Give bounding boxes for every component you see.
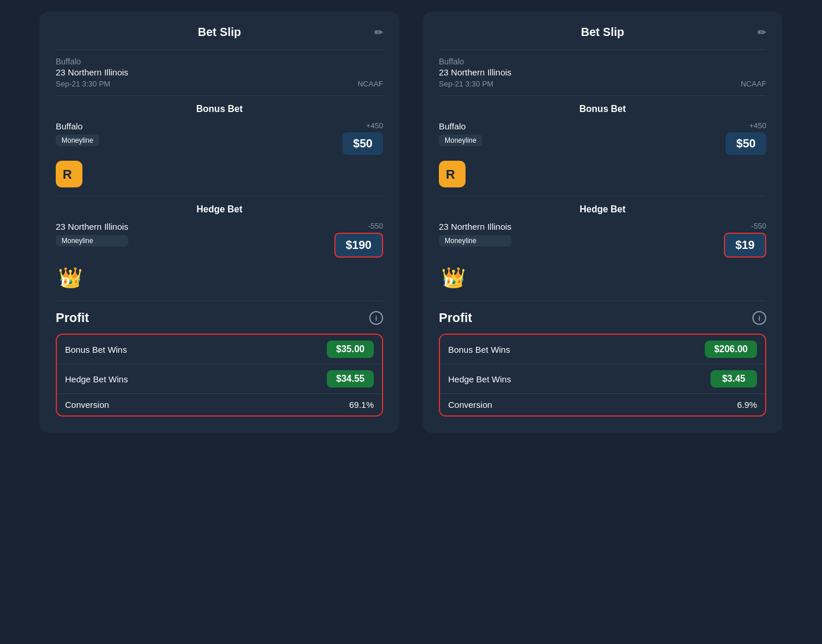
- profit-conversion-label-right: Conversion: [448, 400, 492, 410]
- hedge-bet-odds-right: -550: [751, 222, 766, 230]
- profit-bonus-label-left: Bonus Bet Wins: [65, 345, 127, 354]
- hedge-bet-left-right: 23 Northern Illinois Moneyline: [439, 222, 511, 247]
- bonus-bet-odds-right: +450: [749, 121, 766, 130]
- divider-right-2: [439, 95, 766, 96]
- game-info-right: Buffalo 23 Northern Illinois Sep-21 3:30…: [439, 57, 766, 88]
- bonus-bet-title-left: Bonus Bet: [56, 104, 383, 114]
- draftkings-logo-left: 👑 D: [56, 263, 383, 292]
- profit-header-left: Profit i: [56, 310, 383, 325]
- team2-left: 23 Northern Illinois: [56, 67, 383, 77]
- profit-conversion-label-left: Conversion: [65, 400, 109, 410]
- profit-row-bonus-left: Bonus Bet Wins $35.00: [57, 335, 382, 364]
- game-league-left: NCAAF: [358, 79, 383, 88]
- game-date-left: Sep-21 3:30 PM: [56, 79, 110, 88]
- profit-title-left: Profit: [56, 310, 89, 325]
- divider-left-2: [56, 95, 383, 96]
- hedge-bet-team-right: 23 Northern Illinois: [439, 222, 511, 231]
- divider-right-1: [439, 49, 766, 50]
- profit-rows-right: Bonus Bet Wins $206.00 Hedge Bet Wins $3…: [439, 334, 766, 417]
- bonus-bet-odds-left: +450: [366, 121, 383, 130]
- rally-logo-svg-right: R: [444, 166, 460, 182]
- profit-row-conversion-left: Conversion 69.1%: [57, 393, 382, 415]
- divider-left-4: [56, 301, 383, 301]
- game-meta-right: Sep-21 3:30 PM NCAAF: [439, 79, 766, 88]
- game-date-right: Sep-21 3:30 PM: [439, 79, 493, 88]
- profit-row-hedge-left: Hedge Bet Wins $34.55: [57, 364, 382, 393]
- panels-wrapper: Bet Slip ✏ Buffalo 23 Northern Illinois …: [0, 0, 822, 644]
- bonus-bet-right-left: +450 $50: [342, 121, 383, 155]
- edit-icon-left[interactable]: ✏: [374, 26, 383, 39]
- divider-right-4: [439, 301, 766, 301]
- rallybet-logo-right: R: [439, 161, 766, 187]
- svg-text:R: R: [446, 167, 455, 182]
- hedge-bet-section-left: Hedge Bet 23 Northern Illinois Moneyline…: [56, 204, 383, 292]
- divider-left-1: [56, 49, 383, 50]
- bonus-bet-team-right: Buffalo: [439, 121, 482, 131]
- hedge-bet-team-left: 23 Northern Illinois: [56, 222, 128, 231]
- panel-title-right: Bet Slip: [581, 26, 624, 39]
- draftkings-logo-right: 👑 D: [439, 263, 766, 292]
- profit-row-bonus-right: Bonus Bet Wins $206.00: [440, 335, 765, 364]
- panel-header-right: Bet Slip ✏: [439, 26, 766, 39]
- bonus-bet-type-left: Moneyline: [56, 135, 99, 146]
- svg-text:D: D: [60, 274, 70, 288]
- edit-icon-right[interactable]: ✏: [758, 26, 766, 39]
- profit-header-right: Profit i: [439, 310, 766, 325]
- profit-hedge-value-right: $3.45: [711, 370, 757, 388]
- hedge-bet-amount-right[interactable]: $19: [724, 233, 766, 258]
- rally-logo-left: R: [56, 161, 82, 187]
- hedge-bet-right-left: -550 $190: [334, 222, 384, 258]
- profit-section-right: Profit i Bonus Bet Wins $206.00 Hedge Be…: [439, 310, 766, 417]
- profit-row-hedge-right: Hedge Bet Wins $3.45: [440, 364, 765, 393]
- bonus-bet-row-right: Buffalo Moneyline +450 $50: [439, 121, 766, 155]
- profit-row-conversion-right: Conversion 6.9%: [440, 393, 765, 415]
- info-icon-left[interactable]: i: [369, 311, 383, 325]
- rally-logo-right: R: [439, 161, 466, 187]
- game-league-right: NCAAF: [741, 79, 766, 88]
- info-icon-right[interactable]: i: [752, 311, 766, 325]
- profit-section-left: Profit i Bonus Bet Wins $35.00 Hedge Bet…: [56, 310, 383, 417]
- hedge-bet-right-right: -550 $19: [724, 222, 766, 258]
- svg-text:D: D: [443, 274, 453, 288]
- profit-hedge-label-right: Hedge Bet Wins: [448, 374, 511, 384]
- panel-title-left: Bet Slip: [198, 26, 241, 39]
- hedge-bet-amount-left[interactable]: $190: [334, 233, 384, 258]
- profit-bonus-value-left: $35.00: [327, 341, 374, 358]
- bonus-bet-left-right: Buffalo Moneyline: [439, 121, 482, 146]
- bonus-bet-amount-left[interactable]: $50: [342, 132, 383, 155]
- hedge-bet-title-left: Hedge Bet: [56, 204, 383, 215]
- profit-conversion-value-left: 69.1%: [349, 400, 374, 410]
- bet-slip-panel-left: Bet Slip ✏ Buffalo 23 Northern Illinois …: [39, 12, 399, 433]
- panel-header-left: Bet Slip ✏: [56, 26, 383, 39]
- profit-hedge-value-left: $34.55: [327, 370, 374, 388]
- bonus-bet-section-left: Bonus Bet Buffalo Moneyline +450 $50 R: [56, 104, 383, 187]
- profit-bonus-label-right: Bonus Bet Wins: [448, 345, 510, 354]
- dk-svg-left: 👑 D: [56, 263, 82, 290]
- profit-bonus-value-right: $206.00: [705, 341, 757, 358]
- hedge-bet-type-right: Moneyline: [439, 235, 511, 247]
- svg-text:R: R: [63, 167, 72, 182]
- team2-right: 23 Northern Illinois: [439, 67, 766, 77]
- team1-right: Buffalo: [439, 57, 766, 66]
- game-info-left: Buffalo 23 Northern Illinois Sep-21 3:30…: [56, 57, 383, 88]
- profit-title-right: Profit: [439, 310, 472, 325]
- rallybet-logo-left: R: [56, 161, 383, 187]
- bonus-bet-section-right: Bonus Bet Buffalo Moneyline +450 $50 R: [439, 104, 766, 187]
- hedge-bet-type-left: Moneyline: [56, 235, 128, 247]
- profit-conversion-value-right: 6.9%: [737, 400, 757, 410]
- bonus-bet-amount-right[interactable]: $50: [726, 132, 766, 155]
- dk-svg-right: 👑 D: [439, 263, 466, 290]
- divider-left-3: [56, 196, 383, 196]
- bonus-bet-right-right: +450 $50: [726, 121, 766, 155]
- bet-slip-panel-right: Bet Slip ✏ Buffalo 23 Northern Illinois …: [423, 12, 783, 433]
- hedge-bet-title-right: Hedge Bet: [439, 204, 766, 215]
- rally-logo-svg-left: R: [61, 166, 77, 182]
- bonus-bet-row-left: Buffalo Moneyline +450 $50: [56, 121, 383, 155]
- divider-right-3: [439, 196, 766, 196]
- bonus-bet-team-left: Buffalo: [56, 121, 99, 131]
- bonus-bet-left-left: Buffalo Moneyline: [56, 121, 99, 146]
- hedge-bet-section-right: Hedge Bet 23 Northern Illinois Moneyline…: [439, 204, 766, 292]
- profit-rows-left: Bonus Bet Wins $35.00 Hedge Bet Wins $34…: [56, 334, 383, 417]
- bonus-bet-type-right: Moneyline: [439, 135, 482, 146]
- profit-hedge-label-left: Hedge Bet Wins: [65, 374, 128, 384]
